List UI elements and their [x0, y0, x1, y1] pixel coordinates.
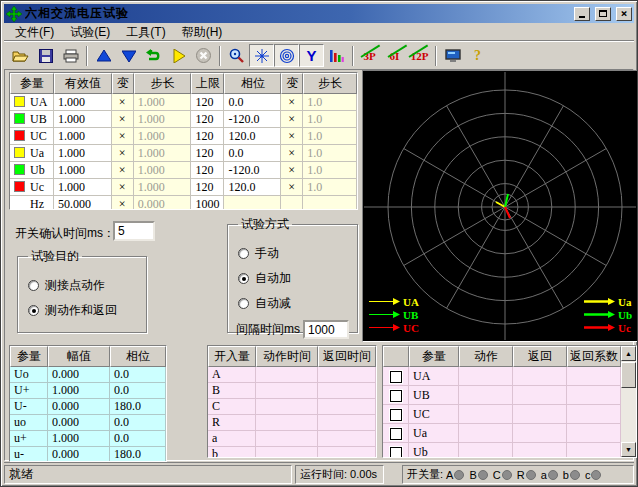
limit-cell[interactable]: 120	[191, 145, 224, 162]
mode-12p-button[interactable]: 12P	[407, 44, 432, 67]
print-button[interactable]	[58, 44, 83, 67]
value-cell[interactable]: 1.000	[54, 162, 112, 179]
confirm-time-input[interactable]	[113, 221, 155, 241]
menu-test[interactable]: 试验(E)	[63, 23, 117, 42]
parameter-row: Uc1.000×1.000120120.0×1.0	[10, 179, 357, 196]
result-row: UC	[383, 405, 621, 424]
test-purpose-radio-button[interactable]	[28, 280, 39, 291]
value-cell[interactable]: 50.000	[54, 196, 112, 210]
mode-6i-button[interactable]: 6I	[382, 44, 407, 67]
test-mode-radio-button[interactable]	[238, 248, 249, 259]
vector-arrow-icon	[369, 297, 401, 306]
toolbar-separator	[352, 46, 354, 66]
menu-tools[interactable]: 工具(T)	[119, 23, 172, 42]
printer-icon	[63, 49, 79, 63]
polar-legend-left: UAUBUC	[369, 296, 419, 333]
step-up-button[interactable]	[91, 44, 116, 67]
value-cell[interactable]: 1.000	[54, 128, 112, 145]
zoom-button[interactable]	[224, 44, 249, 67]
result-header-action: 动作	[459, 346, 513, 367]
result-row: Ub	[383, 443, 621, 458]
run-button[interactable]	[166, 44, 191, 67]
sequence-row: u+1.0000.0	[10, 431, 166, 447]
result-checkbox[interactable]	[390, 447, 402, 458]
vector-arrow-icon	[369, 323, 401, 332]
vary-toggle-cell	[281, 196, 303, 210]
minimize-button[interactable]	[574, 7, 590, 21]
limit-cell[interactable]: 120	[191, 111, 224, 128]
value-cell[interactable]: 1.000	[54, 145, 112, 162]
scroll-up-button[interactable]: ▲	[621, 346, 636, 361]
test-purpose-radio-button[interactable]	[28, 305, 39, 316]
test-purpose-option[interactable]: 测动作和返回	[28, 302, 136, 319]
vector-y-toggle[interactable]: Y	[299, 44, 324, 67]
source-legend-item: UB	[369, 309, 419, 320]
parameter-name-cell: Ua	[10, 145, 54, 162]
mode-3p-button[interactable]: 3P	[357, 44, 382, 67]
result-checkbox[interactable]	[390, 428, 402, 440]
limit-cell[interactable]: 1000	[191, 196, 224, 210]
phase-cell[interactable]: -120.0	[224, 162, 281, 179]
scroll-thumb[interactable]	[621, 362, 636, 388]
value-cell[interactable]: 1.000	[54, 111, 112, 128]
close-button[interactable]: ×	[616, 7, 632, 21]
result-checkbox[interactable]	[390, 390, 402, 402]
phase-cell[interactable]: -120.0	[224, 111, 281, 128]
test-mode-radio-label: 自动减	[255, 295, 291, 312]
step-cell: 1.0	[303, 128, 357, 145]
result-checkbox[interactable]	[390, 371, 402, 383]
parameter-row: Ub1.000×1.000120-120.0×1.0	[10, 162, 357, 179]
vector-arrow-icon	[584, 323, 616, 332]
sequence-table: 参量 幅值 相位 Uo0.0000.0U+1.0000.0U-0.000180.…	[9, 345, 167, 462]
vector-rays-toggle[interactable]	[249, 44, 274, 67]
sequence-value-cell: 0.000	[48, 415, 110, 431]
vary-toggle-cell: ×	[112, 111, 134, 128]
interval-input[interactable]	[303, 320, 349, 339]
phase-color-swatch	[14, 147, 25, 158]
menu-file[interactable]: 文件(F)	[8, 23, 61, 42]
save-button[interactable]	[33, 44, 58, 67]
maximize-button[interactable]	[595, 7, 611, 21]
limit-cell[interactable]: 120	[191, 128, 224, 145]
bar-chart-icon	[329, 49, 344, 63]
phase-cell[interactable]: 120.0	[224, 179, 281, 196]
limit-cell[interactable]: 120	[191, 94, 224, 111]
test-mode-radio-label: 自动加	[255, 270, 291, 287]
reset-button[interactable]	[141, 44, 166, 67]
channel-name-cell: b	[208, 447, 256, 458]
action-time-cell	[256, 383, 318, 399]
client-area: 参量 有效值 变 步长 上限 相位 变 步长 UA1.000×1.0001200…	[4, 69, 634, 461]
switch-state-dot	[591, 470, 601, 480]
toolbar-separator	[219, 46, 221, 66]
test-mode-option[interactable]: 自动加	[238, 270, 347, 287]
result-header-return: 返回	[513, 346, 567, 367]
result-scrollbar[interactable]: ▲ ▼	[621, 346, 636, 457]
scroll-down-button[interactable]: ▼	[621, 442, 636, 457]
help-button[interactable]: ?	[465, 44, 490, 67]
open-button[interactable]	[8, 44, 33, 67]
step-down-button[interactable]	[116, 44, 141, 67]
test-mode-option[interactable]: 手动	[238, 245, 347, 262]
result-checkbox[interactable]	[390, 409, 402, 421]
bar-graph-button[interactable]	[324, 44, 349, 67]
phase-cell[interactable]: 0.0	[224, 145, 281, 162]
phase-cell[interactable]: 0.0	[224, 94, 281, 111]
switch-state-dot	[478, 470, 488, 480]
toolbar-separator	[86, 46, 88, 66]
step-cell: 1.000	[134, 128, 192, 145]
test-mode-radio-button[interactable]	[238, 273, 249, 284]
test-purpose-option[interactable]: 测接点动作	[28, 277, 136, 294]
value-cell[interactable]: 1.000	[54, 94, 112, 111]
test-mode-option[interactable]: 自动减	[238, 295, 347, 312]
test-mode-radio-button[interactable]	[238, 298, 249, 309]
device-button[interactable]	[440, 44, 465, 67]
limit-cell[interactable]: 120	[191, 162, 224, 179]
limit-cell[interactable]: 120	[191, 179, 224, 196]
menu-help[interactable]: 帮助(H)	[175, 23, 230, 42]
value-cell[interactable]: 1.000	[54, 179, 112, 196]
impedance-circle-toggle[interactable]	[274, 44, 299, 67]
phase-cell[interactable]: 120.0	[224, 128, 281, 145]
phase-color-swatch	[14, 164, 25, 175]
col-header-step2: 步长	[303, 73, 357, 94]
parameter-label: Ub	[30, 163, 45, 177]
